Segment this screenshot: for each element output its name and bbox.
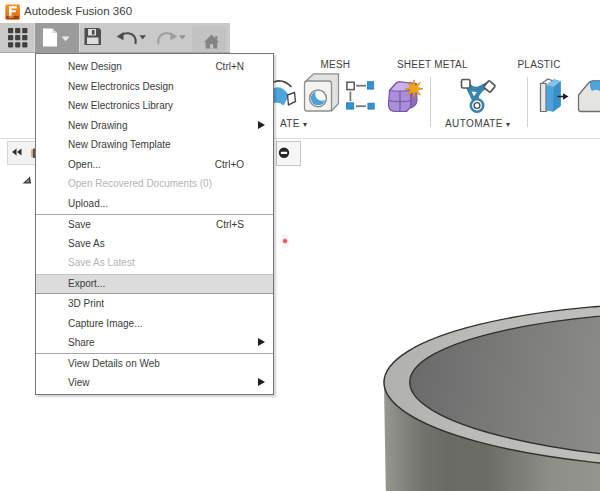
svg-text:360: 360 (8, 15, 13, 19)
